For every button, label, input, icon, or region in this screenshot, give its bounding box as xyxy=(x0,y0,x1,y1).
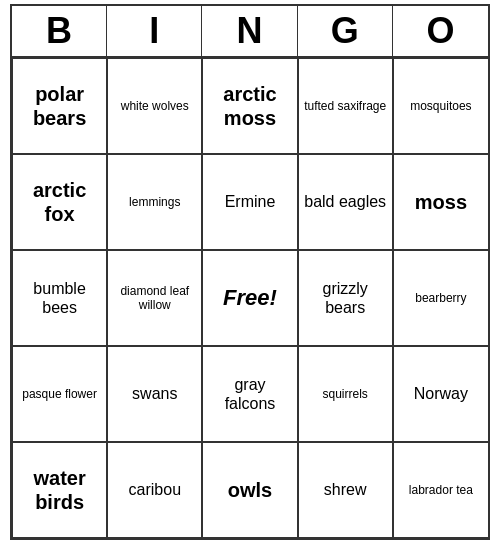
bingo-cell: Free! xyxy=(202,250,297,346)
bingo-cell: owls xyxy=(202,442,297,538)
header-letter: B xyxy=(12,6,107,56)
bingo-cell: gray falcons xyxy=(202,346,297,442)
bingo-cell: arctic fox xyxy=(12,154,107,250)
bingo-cell: bearberry xyxy=(393,250,488,346)
header-letter: O xyxy=(393,6,488,56)
bingo-grid: polar bearswhite wolvesarctic mosstufted… xyxy=(12,58,488,538)
header-letter: I xyxy=(107,6,202,56)
bingo-cell: diamond leaf willow xyxy=(107,250,202,346)
header-letter: G xyxy=(298,6,393,56)
bingo-cell: grizzly bears xyxy=(298,250,393,346)
bingo-cell: tufted saxifrage xyxy=(298,58,393,154)
bingo-cell: swans xyxy=(107,346,202,442)
bingo-cell: white wolves xyxy=(107,58,202,154)
bingo-cell: arctic moss xyxy=(202,58,297,154)
bingo-cell: shrew xyxy=(298,442,393,538)
bingo-cell: mosquitoes xyxy=(393,58,488,154)
bingo-cell: labrador tea xyxy=(393,442,488,538)
bingo-cell: Ermine xyxy=(202,154,297,250)
bingo-cell: bald eagles xyxy=(298,154,393,250)
bingo-card: BINGO polar bearswhite wolvesarctic moss… xyxy=(10,4,490,540)
bingo-cell: water birds xyxy=(12,442,107,538)
bingo-header: BINGO xyxy=(12,6,488,58)
bingo-cell: pasque flower xyxy=(12,346,107,442)
bingo-cell: squirrels xyxy=(298,346,393,442)
bingo-cell: polar bears xyxy=(12,58,107,154)
header-letter: N xyxy=(202,6,297,56)
bingo-cell: moss xyxy=(393,154,488,250)
bingo-cell: Norway xyxy=(393,346,488,442)
bingo-cell: caribou xyxy=(107,442,202,538)
bingo-cell: bumble bees xyxy=(12,250,107,346)
bingo-cell: lemmings xyxy=(107,154,202,250)
